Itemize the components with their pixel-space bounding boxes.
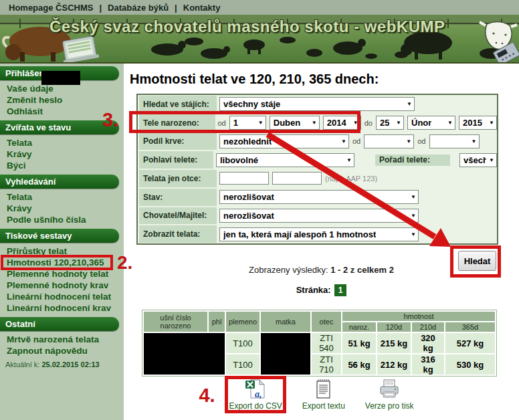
- owner-label: Chovatel/Majitel:: [139, 207, 217, 225]
- col-weight-birth: naroz.: [342, 322, 376, 332]
- sidebar-item-mrtve-narozena-telata[interactable]: Mrtvě narozená telata: [0, 334, 124, 345]
- sidebar-item-plemenne-hodnoty-telat[interactable]: Plemenné hodnoty telat: [0, 268, 124, 280]
- sidebar-section-vyhledavani: Vyhledávání: [0, 175, 119, 189]
- sidebar-item-kravy-vyhledavani[interactable]: Krávy: [0, 203, 124, 214]
- print-version-label: Verze pro tisk: [365, 401, 414, 411]
- page-number-1[interactable]: 1: [334, 284, 347, 296]
- blood-from-select-1[interactable]: ▼: [364, 134, 414, 148]
- born-to-label: do: [365, 119, 373, 127]
- born-from-year-value: 2014: [327, 118, 346, 128]
- sidebar-item-zapnout-napovedu[interactable]: Zapnout nápovědu: [0, 345, 124, 356]
- dropdown-arrow-icon: ▼: [312, 120, 317, 126]
- sidebar-item-hmotnosti-wrap: Hmotnosti 120,210,365 2.: [0, 257, 124, 268]
- step3-label: 3.: [102, 109, 118, 131]
- col-ear-number: ušní číslo narozeno: [144, 312, 207, 332]
- born-label: Tele narozeno:: [139, 114, 215, 132]
- col-ear-line2: narozeno: [146, 322, 205, 330]
- dropdown-arrow-icon: ▼: [447, 120, 453, 126]
- sex-select[interactable]: libovolné ▼: [216, 153, 354, 167]
- sidebar-item-prirustky-telat[interactable]: Přírůstky telat: [0, 245, 124, 257]
- owner-select[interactable]: nerozlišovat ▼: [219, 209, 419, 223]
- blood-from2-label: od: [417, 137, 425, 145]
- sidebar-section-zvirata-ve-stavu: Zvířata ve stavu: [0, 120, 119, 134]
- status-select-value: nerozlišovat: [223, 192, 274, 202]
- col-sire: otec: [312, 312, 341, 332]
- sidebar-item-linearni-hodnoceni-telat[interactable]: Lineární hodnocení telat: [0, 291, 124, 302]
- data-updated-note: Aktuální k: 25.02.2015 02:13: [5, 360, 124, 369]
- blood-from-select-2[interactable]: ▼: [429, 134, 480, 148]
- form-row-stables: Hledat ve stájích: všechny stáje ▼: [138, 95, 497, 114]
- born-to-month-select[interactable]: Únor ▼: [407, 116, 455, 130]
- redacted-ear-phl: [144, 333, 225, 375]
- cell-weight-210: 320 kg: [412, 333, 444, 353]
- sire-input-2[interactable]: [272, 172, 322, 185]
- table-row: T100 ZTI 540 51 kg 215 kg 320 kg 527 kg: [144, 333, 495, 353]
- status-label: Stav:: [139, 189, 217, 206]
- cell-sire: ZTI 710: [312, 354, 341, 375]
- sidebar-item-hmotnosti-120-210-365[interactable]: Hmotnosti 120,210,365: [0, 257, 124, 268]
- sidebar-item-kravy-stav[interactable]: Krávy: [0, 148, 124, 160]
- stables-label: Hledat ve stájích:: [139, 96, 217, 113]
- print-version-action[interactable]: Verze pro tisk: [365, 378, 414, 411]
- born-to-day-select[interactable]: 25 ▼: [376, 116, 404, 130]
- col-dam: matka: [261, 312, 310, 332]
- topbar-link-kontakty[interactable]: Kontakty: [183, 3, 221, 13]
- sidebar-item-linearni-hodnoceni-krav[interactable]: Lineární hodnocení krav: [0, 302, 124, 314]
- blood-select-value: nezohlednit: [223, 136, 272, 146]
- page-title: Hmotnosti telat ve 120, 210, 365 dnech:: [130, 72, 379, 87]
- topbar: Homepage ČSCHMS | Databáze býků | Kontak…: [0, 0, 519, 15]
- redacted-dam: [261, 333, 310, 375]
- topbar-separator: |: [99, 3, 102, 13]
- form-row-owner: Chovatel/Majitel: nerozlišovat ▼: [138, 207, 497, 225]
- col-breed: plemeno: [226, 312, 260, 332]
- col-ear-line1: ušní číslo: [146, 314, 205, 322]
- born-from-month-select[interactable]: Duben ▼: [270, 116, 320, 130]
- sidebar-item-podle-usniho-cisla[interactable]: Podle ušního čísla: [0, 214, 124, 225]
- step2-label: 2.: [117, 252, 132, 274]
- sex-select-value: libovolné: [220, 155, 258, 165]
- topbar-link-homepage[interactable]: Homepage ČSCHMS: [9, 3, 93, 13]
- show-calves-select[interactable]: jen ta, která mají alespoň 1 hmotnost ▼: [219, 227, 419, 241]
- sidebar-item-telata-stav[interactable]: Telata: [0, 137, 124, 148]
- blood-select[interactable]: nezohlednit ▼: [219, 134, 349, 148]
- notepad-icon: [312, 378, 334, 400]
- born-from-day-select[interactable]: 1 ▼: [229, 116, 266, 130]
- cell-weight-birth: 56 kg: [342, 354, 376, 375]
- owner-select-value: nerozlišovat: [223, 211, 274, 221]
- born-from-year-select[interactable]: 2014 ▼: [323, 116, 361, 130]
- col-weight-365: 365d: [445, 322, 495, 332]
- born-from-label: od: [218, 119, 226, 127]
- page-label: Stránka:: [296, 285, 331, 295]
- dropdown-arrow-icon: ▼: [411, 213, 416, 219]
- dropdown-arrow-icon: ▼: [353, 120, 358, 126]
- sire-input-1[interactable]: [219, 172, 269, 185]
- topbar-link-databaze-byku[interactable]: Databáze býků: [108, 3, 169, 13]
- born-to-year-select[interactable]: 2015 ▼: [459, 116, 497, 130]
- data-updated-value: 25.02.2015 02:13: [41, 360, 99, 369]
- dropdown-arrow-icon: ▼: [406, 138, 411, 144]
- export-text-action[interactable]: Export textu: [302, 378, 345, 411]
- blood-label: Podíl krve:: [139, 133, 217, 150]
- redacted-username: [41, 71, 80, 85]
- sidebar-item-zmenit-heslo[interactable]: Změnit heslo: [0, 94, 124, 106]
- results-summary-label: Zobrazeny výsledky:: [249, 265, 328, 275]
- parity-select[interactable]: všechna ▼: [459, 153, 497, 167]
- dropdown-arrow-icon: ▼: [411, 231, 416, 237]
- cell-breed: T100: [226, 354, 260, 375]
- sidebar-item-byci[interactable]: Býci: [0, 160, 124, 171]
- status-select[interactable]: nerozlišovat ▼: [219, 190, 419, 204]
- results-table: ušní číslo narozeno phl plemeno matka ot…: [142, 310, 497, 377]
- dropdown-arrow-icon: ▼: [411, 194, 416, 200]
- form-row-sex: Pohlaví telete: libovolné ▼ Pořadí telet…: [138, 150, 497, 169]
- sidebar-item-plemenne-hodnoty-krav[interactable]: Plemenné hodnoty krav: [0, 280, 124, 291]
- topbar-separator: |: [175, 3, 177, 13]
- sidebar-section-ostatni: Ostatní: [0, 317, 119, 331]
- stables-select[interactable]: všechny stáje ▼: [219, 97, 415, 111]
- col-phl: phl: [209, 312, 225, 332]
- dropdown-arrow-icon: ▼: [472, 138, 477, 144]
- born-from-day-value: 1: [233, 118, 238, 128]
- sidebar-item-telata-vyhledavani[interactable]: Telata: [0, 191, 124, 203]
- export-csv-action[interactable]: a, Export do CSV 4.: [229, 378, 282, 411]
- main-content: Hmotnosti telat ve 120, 210, 365 dnech: …: [124, 64, 519, 420]
- form-row-blood: Podíl krve: nezohlednit ▼ od ▼ od ▼: [138, 132, 497, 151]
